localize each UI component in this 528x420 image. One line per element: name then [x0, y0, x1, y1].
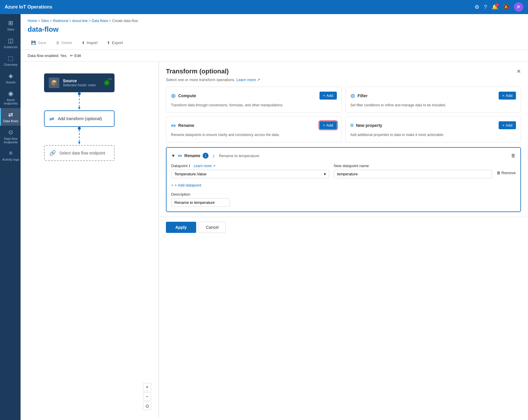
overview-icon: ⬚	[8, 55, 14, 62]
filter-add-button[interactable]: + Add	[499, 92, 516, 100]
new-property-card-title-row: ≡ New property	[350, 122, 382, 129]
notifications-icon[interactable]: 🔔 1	[492, 4, 498, 10]
fit-button[interactable]: ⊙	[143, 402, 151, 410]
new-property-add-button[interactable]: + Add	[499, 121, 516, 129]
compute-card-header: ⊛ Compute + Add	[171, 92, 337, 100]
sidebar-item-asset-endpoints[interactable]: ◉ Asset endpoints	[0, 87, 21, 108]
asset-endpoints-icon: ◉	[8, 90, 13, 97]
rename-add-icon: +	[323, 123, 325, 127]
remove-icon: 🗑	[497, 171, 500, 175]
rename-add-button[interactable]: + Add	[320, 121, 337, 129]
source-node[interactable]: 📦 Source Selected Asset: oven ✓ ···	[44, 73, 115, 92]
enabled-text: Data flow enabled: Yes	[28, 53, 66, 58]
datapoint-info-icon: ℹ	[189, 164, 190, 168]
rename-section-icon: ⇔	[178, 152, 182, 159]
filter-card-header: ⊜ Filter + Add	[350, 92, 516, 100]
canvas: 📦 Source Selected Asset: oven ✓ ··· ▼	[21, 62, 159, 417]
sidebar-item-label: Assets	[6, 80, 16, 84]
description-section: Description	[171, 192, 516, 207]
rename-card-title: Rename	[178, 123, 194, 128]
edit-icon: ✏	[70, 53, 73, 58]
app-title: Azure IoT Operations	[5, 4, 475, 10]
apply-button[interactable]: Apply	[166, 222, 196, 233]
sidebar-item-overview[interactable]: ⬚ Overview	[0, 52, 21, 69]
sidebar-item-data-flows[interactable]: ⇄ Data flows	[0, 108, 21, 126]
breadcrumb-donut-line[interactable]: donut-line	[72, 19, 88, 23]
transform-node[interactable]: ⇌ Add transform (optional)	[44, 110, 115, 127]
flow-container: 📦 Source Selected Asset: oven ✓ ··· ▼	[44, 73, 115, 161]
endpoint-node[interactable]: 🔗 Select data flow endpoint	[44, 145, 115, 161]
compute-card-icon: ⊛	[171, 92, 176, 99]
breadcrumb-redmond[interactable]: Redmond	[53, 19, 68, 23]
sidebar-item-label: Overview	[4, 63, 18, 66]
rename-section-desc: Rename to temperature	[219, 154, 509, 158]
export-button[interactable]: ⬆ Export	[103, 39, 127, 47]
learn-more-link-top[interactable]: Learn more ↗	[236, 78, 260, 82]
filter-card-desc: Set filter conditions to refine and mana…	[350, 103, 516, 108]
new-property-card: ≡ New property + Add Add additional prop…	[345, 116, 521, 142]
panel-header: Transform (optional) ✕	[159, 62, 528, 78]
sidebar-item-activity-logs[interactable]: ≡ Activity logs	[0, 147, 21, 164]
transform-node-text: Add transform (optional)	[58, 116, 102, 121]
panel-title: Transform (optional)	[166, 68, 229, 75]
rename-badge: 1	[203, 153, 208, 159]
sidebar: ⊞ Sites ◫ Instances ⬚ Overview ◈ Assets …	[0, 14, 21, 420]
cancel-button[interactable]: Cancel	[199, 222, 226, 233]
user-avatar[interactable]: P	[514, 2, 523, 12]
source-node-more[interactable]: ···	[108, 76, 112, 82]
filter-card-icon: ⊜	[350, 92, 355, 99]
description-input[interactable]	[171, 198, 230, 207]
sidebar-item-assets[interactable]: ◈ Assets	[0, 69, 21, 87]
import-button[interactable]: ⬇ Import	[78, 39, 101, 47]
chevron-down-icon[interactable]: ▼	[171, 153, 175, 158]
sidebar-item-instances[interactable]: ◫ Instances	[0, 34, 21, 52]
help-icon[interactable]: ?	[484, 4, 487, 10]
filter-card-title: Filter	[358, 93, 368, 98]
edit-button[interactable]: ✏ Edit	[70, 53, 81, 58]
add-datapoint-button[interactable]: + + Add datapoint	[171, 182, 201, 191]
sidebar-item-label: Sites	[7, 28, 14, 31]
zoom-in-button[interactable]: +	[143, 383, 151, 391]
save-button[interactable]: 💾 Save	[28, 39, 50, 47]
rename-card: ⇔ Rename + Add Rename datapoints to ensu…	[166, 116, 342, 142]
save-icon: 💾	[31, 41, 36, 45]
remove-button[interactable]: 🗑 Remove	[497, 164, 516, 175]
panel-close-button[interactable]: ✕	[517, 68, 521, 75]
add-datapoint-icon: +	[171, 183, 174, 187]
compute-add-button[interactable]: + Add	[320, 92, 337, 100]
datapoint-learn-more-link[interactable]: Learn more ↗	[194, 164, 216, 168]
dashed-line-2	[79, 130, 80, 142]
breadcrumb-home[interactable]: Home	[28, 19, 37, 23]
canvas-controls: + − ⊙	[143, 383, 151, 410]
breadcrumb-data-flows[interactable]: Data flows	[92, 19, 108, 23]
datapoint-select[interactable]: Temperature.Value ▾	[171, 170, 329, 178]
page-header: Home > Sites > Redmond > donut-line > Da…	[21, 14, 528, 36]
main-content: Home > Sites > Redmond > donut-line > Da…	[21, 14, 528, 420]
toolbar: 💾 Save 🗑 Delete ⬇ Import ⬆ Export	[21, 36, 528, 50]
sidebar-item-label: Instances	[4, 45, 18, 49]
rename-card-desc: Rename datapoints to ensure clarity and …	[171, 132, 337, 137]
compute-card-title-row: ⊛ Compute	[171, 92, 196, 99]
dashed-line-1	[79, 95, 80, 107]
panel-subtitle: Select one or more transform operations.…	[159, 78, 528, 87]
endpoint-node-text: Select data flow endpoint	[59, 151, 105, 155]
breadcrumb-sites[interactable]: Sites	[41, 19, 49, 23]
datapoint-field: Datapoint ℹ Learn more ↗ Temperature.Val…	[171, 164, 329, 178]
new-property-card-title: New property	[356, 123, 382, 128]
new-datapoint-name-input[interactable]	[334, 170, 492, 178]
settings-icon[interactable]: ⚙	[475, 4, 479, 10]
bell-icon[interactable]: 🔕	[503, 4, 509, 10]
description-label: Description	[171, 192, 516, 196]
panel-footer: Apply Cancel	[159, 217, 528, 238]
zoom-out-button[interactable]: −	[143, 392, 151, 401]
delete-button[interactable]: 🗑 Delete	[52, 39, 76, 47]
new-datapoint-name-field: New datapoint name	[334, 164, 492, 178]
import-icon: ⬇	[82, 41, 85, 45]
sidebar-item-data-flow-endpoints[interactable]: ⊙ Data flow endpoints	[0, 126, 21, 147]
sidebar-item-label: Data flow endpoints	[2, 137, 19, 144]
data-flows-icon: ⇄	[8, 111, 13, 118]
sidebar-item-sites[interactable]: ⊞ Sites	[0, 16, 21, 34]
connector-dot-1	[78, 92, 81, 95]
delete-icon: 🗑	[56, 41, 60, 45]
rename-delete-icon[interactable]: 🗑	[511, 153, 516, 158]
